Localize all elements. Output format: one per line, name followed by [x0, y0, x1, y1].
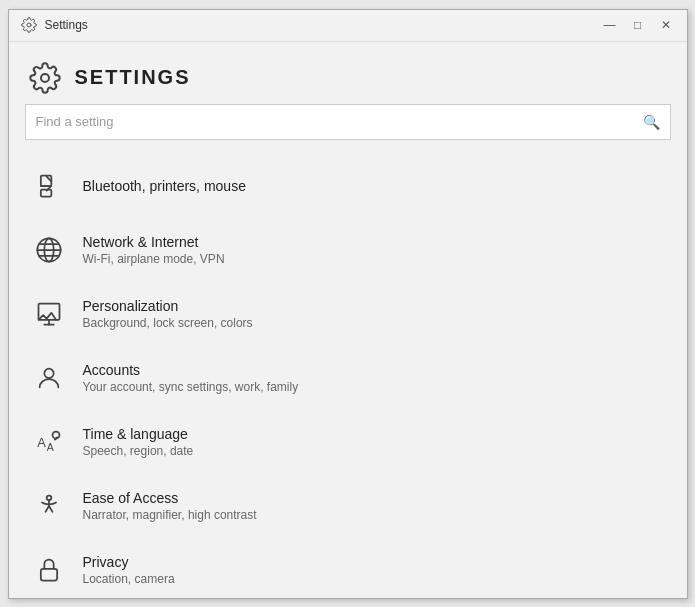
personalization-title: Personalization [83, 298, 253, 314]
settings-item-bluetooth[interactable]: Bluetooth, printers, mouse [9, 154, 687, 218]
settings-icon [21, 17, 37, 33]
privacy-text: Privacy Location, camera [83, 554, 175, 586]
settings-content: SETTINGS 🔍 Bluetooth, printers, mouse [9, 42, 687, 598]
accounts-title: Accounts [83, 362, 299, 378]
svg-point-10 [44, 368, 53, 377]
personalization-text: Personalization Background, lock screen,… [83, 298, 253, 330]
svg-point-1 [41, 74, 49, 82]
ease-subtitle: Narrator, magnifier, high contrast [83, 508, 257, 522]
settings-item-privacy[interactable]: Privacy Location, camera [9, 538, 687, 598]
network-title: Network & Internet [83, 234, 225, 250]
search-input[interactable] [36, 114, 643, 129]
privacy-icon [31, 552, 67, 588]
personalization-subtitle: Background, lock screen, colors [83, 316, 253, 330]
time-subtitle: Speech, region, date [83, 444, 194, 458]
settings-item-accounts[interactable]: Accounts Your account, sync settings, wo… [9, 346, 687, 410]
network-icon [31, 232, 67, 268]
ease-text: Ease of Access Narrator, magnifier, high… [83, 490, 257, 522]
search-icon: 🔍 [643, 114, 660, 130]
search-bar[interactable]: 🔍 [25, 104, 671, 140]
title-bar: Settings — □ ✕ [9, 10, 687, 42]
privacy-subtitle: Location, camera [83, 572, 175, 586]
window-title: Settings [45, 18, 88, 32]
title-bar-controls: — □ ✕ [597, 14, 679, 36]
time-text: Time & language Speech, region, date [83, 426, 194, 458]
svg-text:A: A [37, 434, 46, 449]
maximize-button[interactable]: □ [625, 14, 651, 36]
settings-item-time[interactable]: A A Time & language Speech, region, date [9, 410, 687, 474]
settings-list: Bluetooth, printers, mouse Network & Int… [9, 150, 687, 598]
page-title: SETTINGS [75, 66, 191, 89]
bluetooth-icon [31, 168, 67, 204]
bluetooth-title: Bluetooth, printers, mouse [83, 178, 246, 194]
svg-rect-15 [40, 568, 56, 580]
settings-header: SETTINGS [9, 42, 687, 104]
accounts-icon [31, 360, 67, 396]
accounts-text: Accounts Your account, sync settings, wo… [83, 362, 299, 394]
ease-title: Ease of Access [83, 490, 257, 506]
time-title: Time & language [83, 426, 194, 442]
svg-text:A: A [46, 441, 53, 453]
title-bar-left: Settings [21, 17, 88, 33]
settings-item-ease[interactable]: Ease of Access Narrator, magnifier, high… [9, 474, 687, 538]
time-icon: A A [31, 424, 67, 460]
header-settings-icon [29, 62, 61, 94]
settings-item-personalization[interactable]: Personalization Background, lock screen,… [9, 282, 687, 346]
network-subtitle: Wi-Fi, airplane mode, VPN [83, 252, 225, 266]
accounts-subtitle: Your account, sync settings, work, famil… [83, 380, 299, 394]
bluetooth-text: Bluetooth, printers, mouse [83, 178, 246, 194]
personalization-icon [31, 296, 67, 332]
settings-window: Settings — □ ✕ SETTINGS 🔍 [8, 9, 688, 599]
privacy-title: Privacy [83, 554, 175, 570]
svg-point-0 [27, 23, 31, 27]
close-button[interactable]: ✕ [653, 14, 679, 36]
ease-icon [31, 488, 67, 524]
settings-item-network[interactable]: Network & Internet Wi-Fi, airplane mode,… [9, 218, 687, 282]
network-text: Network & Internet Wi-Fi, airplane mode,… [83, 234, 225, 266]
minimize-button[interactable]: — [597, 14, 623, 36]
